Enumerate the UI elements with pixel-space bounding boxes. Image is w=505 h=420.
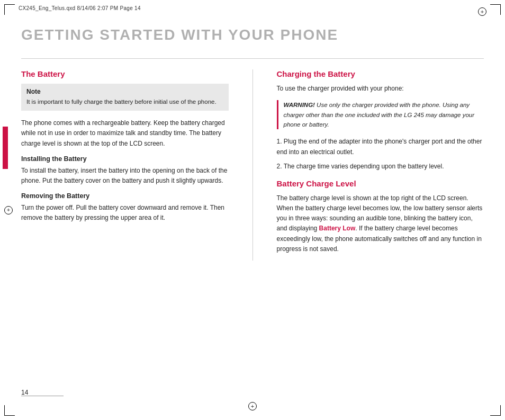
list-item-2-text: The charge time varies depending upon th… [284,163,444,170]
crop-mark-bl [4,405,15,416]
warning-bold: WARNING! [284,102,315,108]
page-number: 14 [21,389,28,396]
list-item-1: 1. Plug the end of the adapter into the … [277,137,484,157]
title-divider [21,58,484,59]
reg-circle-bottom-center [248,402,257,410]
right-column: Charging the Battery To use the charger … [272,69,484,261]
installing-heading: Installing the Battery [21,155,229,163]
column-divider [252,69,253,261]
page-number-area: 14 [21,396,64,399]
two-column-layout: GETTING STARTED WITH YOUR PHONE The Batt… [21,69,484,261]
side-label-container: GETTING STARTED WITH YOUR PHONE [0,69,3,261]
crop-mark-tr [490,4,501,15]
removing-text: Turn the power off. Pull the battery cov… [21,203,229,223]
reg-circle-top-right [478,7,486,16]
page-content: GETTING STARTED WITH YOUR PHONE GETTING … [21,21,484,399]
warning-box: WARNING! Use only the charger provided w… [277,100,484,129]
red-bar [3,127,8,169]
battery-level-heading: Battery Charge Level [277,179,484,188]
crop-mark-br [490,405,501,416]
reg-circle-middle-left [4,206,13,215]
note-label: Note [26,88,223,95]
battery-low-highlight: Battery Low [319,225,356,232]
numbered-list: 1. Plug the end of the adapter into the … [277,137,484,172]
main-title: GETTING STARTED WITH YOUR PHONE [21,26,484,43]
left-section-heading: The Battery [21,69,229,78]
charging-heading: Charging the Battery [277,69,484,78]
list-item-2: 2. The charge time varies depending upon… [277,162,484,172]
note-box: Note It is important to fully charge the… [21,84,229,111]
removing-heading: Removing the Battery [21,192,229,200]
left-column: The Battery Note It is important to full… [21,69,234,261]
page-outer: CX245_Eng_Telus.qxd 8/14/06 2:07 PM Page… [0,0,505,420]
battery-level-text: The battery charge level is shown at the… [277,193,484,254]
crop-mark-tl [4,4,15,15]
warning-text: WARNING! Use only the charger provided w… [284,102,475,128]
note-text: It is important to fully charge the batt… [26,97,223,106]
list-item-1-text: Plug the end of the adapter into the pho… [277,138,482,155]
list-num-1: 1. [277,138,284,145]
battery-intro-text: The phone comes with a rechargeable batt… [21,118,229,149]
file-header: CX245_Eng_Telus.qxd 8/14/06 2:07 PM Page… [19,5,141,11]
charging-intro: To use the charger provided with your ph… [277,84,484,94]
list-num-2: 2. [277,163,284,170]
installing-text: To install the battery, insert the batte… [21,166,229,186]
